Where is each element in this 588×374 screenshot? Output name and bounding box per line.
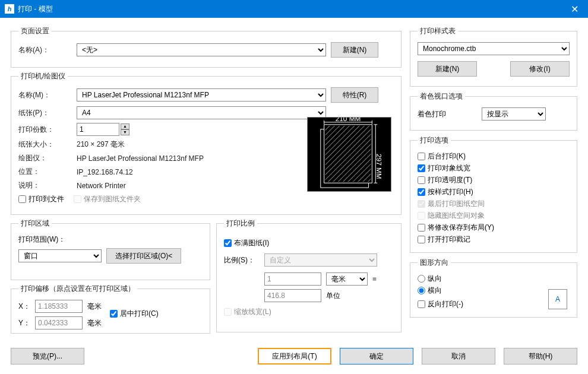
copies-label: 打印份数： — [18, 125, 72, 135]
unit-label: 单位 — [326, 291, 340, 301]
orient-reverse-check[interactable]: 反向打印(-) — [418, 299, 570, 309]
printer-name-select[interactable]: HP LaserJet Professional M1213nf MFP — [77, 88, 326, 102]
fit-paper-check[interactable]: 布满图纸(I) — [224, 238, 269, 248]
opt-bg-check[interactable]: 后台打印(K) — [418, 151, 570, 161]
range-label: 打印范围(W)： — [18, 234, 65, 245]
app-icon: h — [5, 4, 14, 14]
preview-button[interactable]: 预览(P)... — [11, 348, 84, 365]
titlebar: h 打印 - 模型 ✕ — [0, 0, 588, 18]
x-unit: 毫米 — [87, 302, 102, 312]
opt-lastspace-check: 最后打印图纸空间 — [418, 199, 570, 209]
orient-icon: A — [548, 289, 567, 309]
range-select[interactable]: 窗口 — [18, 249, 102, 262]
window-title: 打印 - 模型 — [18, 4, 561, 14]
ok-button[interactable]: 确定 — [340, 348, 413, 365]
plotter-label: 绘图仪： — [18, 153, 72, 163]
copies-spinner[interactable]: ▲▼ — [121, 123, 129, 135]
style-legend: 打印样式表 — [418, 26, 458, 36]
y-input — [35, 316, 83, 329]
y-label: Y： — [18, 318, 30, 328]
printer-legend: 打印机/绘图仪 — [18, 71, 68, 81]
x-input — [35, 300, 83, 313]
scale-unit-select[interactable]: 毫米 — [326, 272, 368, 286]
scale-lw-check: 缩放线宽(L) — [224, 307, 271, 317]
save-folder-check: 保存到图纸文件夹 — [74, 194, 141, 204]
opt-hidespace-check: 隐藏图纸空间对象 — [418, 211, 570, 221]
page-name-label: 名称(A)： — [18, 45, 72, 55]
svg-text:210 MM: 210 MM — [336, 118, 361, 123]
y-unit: 毫米 — [87, 318, 102, 328]
scale-group: 打印比例 布满图纸(I) 比例(S)： 自定义 毫米 = 单位 缩放线宽 — [216, 218, 402, 332]
style-group: 打印样式表 Monochrome.ctb 新建(N) 修改(I) — [410, 26, 577, 87]
svg-rect-3 — [325, 126, 371, 182]
scale-legend: 打印比例 — [224, 218, 257, 229]
svg-text:297 MM: 297 MM — [375, 154, 383, 179]
orient-legend: 图形方向 — [418, 258, 451, 268]
orient-group: 图形方向 纵向 横向 反向打印(-) A — [410, 258, 577, 318]
desc-label: 说明： — [18, 180, 72, 191]
shade-group: 着色视口选项 着色打印按显示 — [410, 91, 577, 131]
opt-bystyle-check[interactable]: 按样式打印(H) — [418, 187, 570, 197]
cancel-button[interactable]: 取消 — [422, 348, 495, 365]
scale-denom-input — [264, 289, 321, 302]
page-name-select[interactable]: <无> — [77, 43, 326, 56]
apply-layout-button[interactable]: 应用到布局(T) — [258, 348, 331, 365]
center-check[interactable]: 居中打印(C) — [110, 309, 159, 319]
ratio-label: 比例(S)： — [224, 255, 260, 265]
opt-stamp-check[interactable]: 打开打印戳记 — [418, 234, 570, 245]
print-to-file-check[interactable]: 打印到文件 — [18, 194, 64, 204]
printer-group: 打印机/绘图仪 名称(M)： HP LaserJet Professional … — [11, 71, 402, 215]
shade-label: 着色打印 — [418, 109, 477, 119]
x-label: X： — [18, 302, 30, 312]
printer-name-label: 名称(M)： — [18, 90, 72, 100]
style-new-button[interactable]: 新建(N) — [418, 61, 477, 77]
location-value: IP_192.168.74.12 — [77, 168, 133, 176]
desc-value: Network Printer — [77, 182, 126, 190]
equals: = — [372, 275, 377, 283]
opt-lw-check[interactable]: 打印对象线宽 — [418, 163, 570, 173]
offset-legend: 打印偏移（原点设置在可打印区域） — [18, 284, 137, 294]
page-setup-group: 页面设置 名称(A)： <无> 新建(N) — [11, 26, 402, 68]
opt-savelayout-check[interactable]: 将修改保存到布局(Y) — [418, 223, 570, 233]
orient-portrait-radio[interactable]: 纵向 — [418, 274, 570, 284]
offset-group: 打印偏移（原点设置在可打印区域） X：毫米 Y：毫米 居中打印(C) — [11, 284, 210, 334]
printer-props-button[interactable]: 特性(R) — [331, 87, 378, 103]
print-area-group: 打印区域 打印范围(W)： 窗口 选择打印区域(O)< — [11, 218, 210, 280]
options-group: 打印选项 后台打印(K) 打印对象线宽 打印透明度(T) 按样式打印(H) 最后… — [410, 135, 577, 253]
ratio-select: 自定义 — [264, 253, 377, 267]
paper-preview: 210 MM 297 MM — [307, 117, 391, 192]
area-legend: 打印区域 — [18, 218, 52, 229]
opt-trans-check[interactable]: 打印透明度(T) — [418, 175, 570, 185]
page-new-button[interactable]: 新建(N) — [331, 42, 378, 58]
options-legend: 打印选项 — [418, 135, 451, 145]
copies-input[interactable] — [77, 123, 119, 136]
paper-label: 纸张(P)： — [18, 108, 72, 118]
close-icon[interactable]: ✕ — [561, 0, 588, 18]
paper-select[interactable]: A4 — [77, 106, 326, 119]
page-setup-legend: 页面设置 — [18, 26, 52, 36]
scale-num-input — [264, 272, 321, 286]
footer: 预览(P)... 应用到布局(T) 确定 取消 帮助(H) — [0, 343, 588, 365]
size-label: 纸张大小： — [18, 140, 72, 150]
location-label: 位置： — [18, 167, 72, 177]
help-button[interactable]: 帮助(H) — [504, 348, 577, 365]
shade-legend: 着色视口选项 — [418, 91, 465, 102]
style-edit-button[interactable]: 修改(I) — [510, 61, 570, 77]
plotter-value: HP LaserJet Professional M1213nf MFP — [77, 154, 204, 163]
select-area-button[interactable]: 选择打印区域(O)< — [106, 248, 181, 264]
style-select[interactable]: Monochrome.ctb — [418, 42, 570, 55]
shade-select[interactable]: 按显示 — [482, 107, 546, 121]
orient-landscape-radio[interactable]: 横向 — [418, 286, 570, 296]
size-value: 210 × 297 毫米 — [77, 140, 125, 150]
